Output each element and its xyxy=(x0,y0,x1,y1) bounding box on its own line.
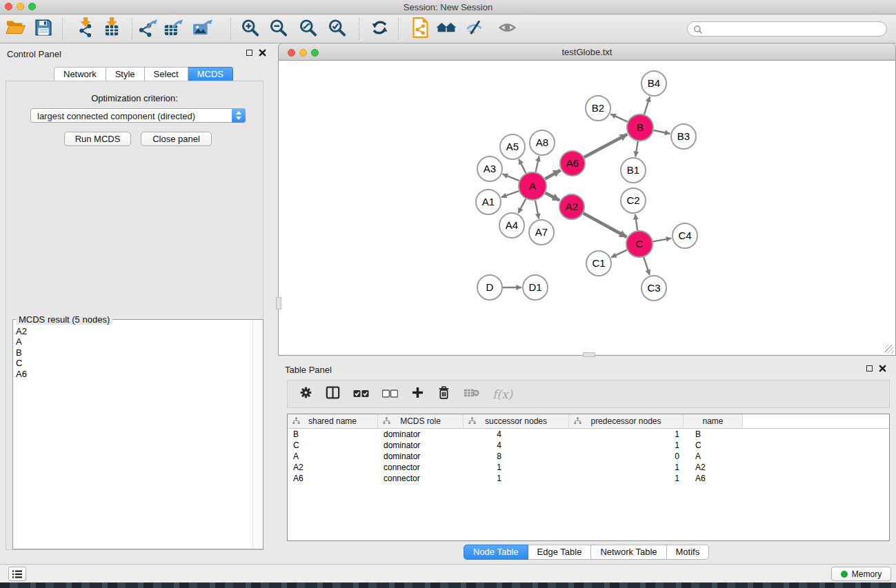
task-history-button[interactable] xyxy=(8,567,26,581)
close-panel-icon[interactable] xyxy=(879,365,886,372)
export-image-icon[interactable] xyxy=(193,17,213,40)
cell-MCDS-role[interactable]: dominator xyxy=(378,452,464,461)
deselect-all-icon[interactable] xyxy=(382,388,398,401)
tab-network[interactable]: Network xyxy=(54,67,106,82)
mcds-result-item[interactable]: A6 xyxy=(16,369,27,379)
column-settings-gear-icon[interactable] xyxy=(299,386,312,402)
cell-shared-name[interactable]: A xyxy=(288,452,378,461)
zoom-fit-icon[interactable] xyxy=(299,18,317,39)
mcds-result-item[interactable]: A2 xyxy=(16,326,27,336)
show-columns-icon[interactable] xyxy=(326,386,340,402)
open-session-icon[interactable] xyxy=(6,19,26,39)
add-column-icon[interactable] xyxy=(411,386,424,402)
cell-name[interactable]: C xyxy=(684,440,743,450)
tab-edge-table[interactable]: Edge Table xyxy=(528,545,592,560)
tab-style[interactable]: Style xyxy=(106,67,145,82)
splitpane-handle-horizontal[interactable] xyxy=(583,352,595,357)
graph-edge-A6-B[interactable] xyxy=(584,134,628,157)
function-builder-icon[interactable]: f(x) xyxy=(492,387,512,401)
show-graphics-details-icon[interactable] xyxy=(498,19,517,39)
search-input[interactable] xyxy=(706,23,881,37)
float-panel-icon[interactable] xyxy=(866,365,873,372)
delete-table-icon[interactable] xyxy=(464,387,479,401)
mcds-result-item[interactable]: A xyxy=(16,336,27,347)
column-header-successor-nodes[interactable]: successor nodes xyxy=(464,414,569,428)
cell-name[interactable]: A6 xyxy=(684,474,743,483)
cell-MCDS-role[interactable]: connector xyxy=(378,474,464,483)
memory-button[interactable]: Memory xyxy=(831,567,891,581)
refresh-icon[interactable] xyxy=(370,18,389,39)
splitpane-handle-vertical[interactable] xyxy=(276,297,281,310)
cell-name[interactable]: A xyxy=(684,452,743,461)
cell-successor-nodes[interactable]: 1 xyxy=(464,463,569,472)
close-panel-button[interactable]: Close panel xyxy=(141,132,212,146)
tab-mcds[interactable]: MCDS xyxy=(188,67,233,82)
graph-edge-B-B2[interactable] xyxy=(610,114,628,121)
cell-predecessor-nodes[interactable]: 0 xyxy=(569,452,684,461)
graph-edge-C-C1[interactable] xyxy=(611,250,627,258)
cell-MCDS-role[interactable]: connector xyxy=(378,463,464,472)
tab-select[interactable]: Select xyxy=(145,67,188,82)
cell-successor-nodes[interactable]: 8 xyxy=(464,452,569,461)
new-network-from-file-icon[interactable] xyxy=(411,17,430,41)
tab-network-table[interactable]: Network Table xyxy=(591,545,666,560)
column-header-MCDS-role[interactable]: MCDS role xyxy=(378,414,464,428)
network-graph[interactable]: B4B2BB3A5A8A6B1A3AA1C2A2A4A7C4CC1C3DD1 xyxy=(279,61,895,355)
graph-edge-A-A4[interactable] xyxy=(518,199,526,214)
table-row[interactable]: A2connector11A2 xyxy=(288,462,889,473)
delete-column-trash-icon[interactable] xyxy=(437,385,450,403)
graph-edge-C-C2[interactable] xyxy=(635,214,637,230)
table-row[interactable]: Bdominator41B xyxy=(288,429,889,440)
tab-node-table[interactable]: Node Table xyxy=(464,545,528,560)
column-header-shared-name[interactable]: shared name xyxy=(288,414,378,428)
graph-edge-A-A7[interactable] xyxy=(535,201,539,219)
cell-predecessor-nodes[interactable]: 1 xyxy=(569,463,684,472)
import-network-icon[interactable] xyxy=(76,17,95,41)
cell-predecessor-nodes[interactable]: 1 xyxy=(569,440,684,450)
cell-successor-nodes[interactable]: 4 xyxy=(464,440,569,450)
cell-MCDS-role[interactable]: dominator xyxy=(378,429,464,439)
save-session-icon[interactable] xyxy=(34,19,52,39)
cell-shared-name[interactable]: A2 xyxy=(288,463,378,472)
zoom-selected-icon[interactable] xyxy=(328,18,346,39)
hide-graphics-details-icon[interactable] xyxy=(466,19,484,39)
graph-edge-C-C4[interactable] xyxy=(653,239,672,242)
zoom-in-icon[interactable] xyxy=(241,18,259,39)
optimization-criterion-select[interactable]: largest connected component (directed) xyxy=(30,108,246,123)
graph-edge-A-A5[interactable] xyxy=(519,159,526,173)
column-header-name[interactable]: name xyxy=(684,414,743,428)
graph-edge-A-A1[interactable] xyxy=(501,191,519,197)
float-panel-icon[interactable] xyxy=(246,50,252,56)
cell-name[interactable]: B xyxy=(684,429,743,439)
run-mcds-button[interactable]: Run MCDS xyxy=(64,132,131,146)
table-row[interactable]: Cdominator41C xyxy=(288,440,889,451)
graph-edge-B-B3[interactable] xyxy=(654,130,670,134)
graph-edge-A-A6[interactable] xyxy=(545,170,560,179)
mcds-result-scrollbar[interactable] xyxy=(252,321,262,548)
resize-grip-icon[interactable] xyxy=(885,345,894,354)
zoom-out-icon[interactable] xyxy=(269,18,288,39)
cell-MCDS-role[interactable]: dominator xyxy=(378,440,464,450)
mcds-result-item[interactable]: C xyxy=(16,358,27,368)
mcds-result-item[interactable]: B xyxy=(16,347,27,358)
cell-shared-name[interactable]: A6 xyxy=(288,474,378,483)
home-icon[interactable] xyxy=(435,19,457,39)
graph-edge-B-B1[interactable] xyxy=(635,141,638,157)
network-window-titlebar[interactable]: testGlobe.txt xyxy=(278,43,896,61)
graph-edge-B-B4[interactable] xyxy=(644,97,650,114)
select-all-icon[interactable] xyxy=(353,388,369,401)
cell-predecessor-nodes[interactable]: 1 xyxy=(569,429,684,439)
graph-edge-A-A3[interactable] xyxy=(503,174,519,181)
network-canvas[interactable]: B4B2BB3A5A8A6B1A3AA1C2A2A4A7C4CC1C3DD1 xyxy=(278,61,896,356)
cell-predecessor-nodes[interactable]: 1 xyxy=(569,474,684,483)
cell-shared-name[interactable]: C xyxy=(288,440,378,450)
cell-shared-name[interactable]: B xyxy=(288,429,378,439)
table-row[interactable]: A6connector11A6 xyxy=(288,473,889,484)
import-table-icon[interactable] xyxy=(102,17,121,41)
graph-edge-A-A2[interactable] xyxy=(546,193,560,201)
graph-edge-C-C3[interactable] xyxy=(644,257,650,275)
close-panel-icon[interactable] xyxy=(259,49,266,57)
cell-successor-nodes[interactable]: 1 xyxy=(464,474,569,483)
tab-motifs[interactable]: Motifs xyxy=(667,545,710,560)
table-row[interactable]: Adominator80A xyxy=(288,451,889,462)
